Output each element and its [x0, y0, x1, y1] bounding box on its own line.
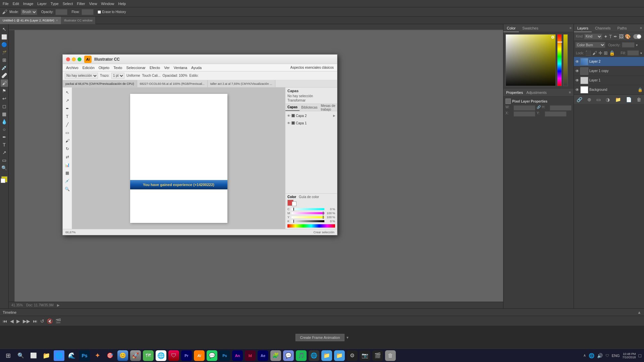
tray-antivir[interactable]: 🛡 [605, 354, 609, 358]
alpha-slider[interactable] [563, 34, 568, 86]
lasso-tool[interactable]: 🔵 [1, 41, 8, 48]
new-layer-btn[interactable]: 📄 [626, 97, 632, 102]
mac-folder2[interactable]: 📁 [334, 350, 345, 361]
more-info-btn[interactable]: ▶ [57, 303, 60, 307]
pen-tool[interactable]: ✒ [1, 133, 8, 141]
ai-graph[interactable]: 📊 [63, 161, 71, 169]
frame-end-btn[interactable]: ⏭ [33, 318, 38, 324]
ai-menu-ventana[interactable]: Ventana [174, 66, 187, 70]
menu-edit[interactable]: Edit [13, 2, 19, 6]
filter-toggle[interactable] [633, 34, 641, 39]
ai-guide-tab[interactable]: Guía de color [299, 195, 319, 199]
ai-select-tool[interactable]: ↖ [63, 89, 71, 96]
ai-trazo-weight[interactable]: 1 pt [111, 73, 124, 79]
layer-style-btn[interactable]: ⊕ [587, 97, 591, 102]
menu-type[interactable]: Type [51, 2, 59, 6]
layer-row-layer1copy[interactable]: 👁 Layer 1 copy [574, 66, 644, 76]
frame-prev-btn[interactable]: ◀ [10, 318, 14, 324]
ai-tab-1[interactable]: 68227-OCOL60-56.ai al 100% (RGB/Previsua… [137, 80, 208, 87]
foreground-color[interactable] [1, 176, 8, 184]
mac-indesign[interactable]: Id [245, 350, 256, 361]
lock-transparent[interactable]: ⬛ [585, 50, 591, 56]
ai-menu-objeto[interactable]: Objeto [99, 66, 109, 70]
layer-row-layer1[interactable]: 👁 Layer 1 [574, 76, 644, 85]
mac-folder[interactable]: 📁 [321, 350, 332, 361]
taskbar-trapcode[interactable]: 🎯 [105, 350, 115, 361]
lock-pixels[interactable]: 🖌 [592, 50, 597, 56]
mac-spotify[interactable]: 🎵 [296, 350, 307, 361]
lock-position[interactable]: ✛ [598, 50, 602, 56]
mac-maps[interactable]: 🗺 [143, 350, 154, 361]
ai-zoom-ai[interactable]: 🔍 [63, 185, 71, 193]
spot-heal[interactable]: 🩹 [1, 72, 8, 79]
mac-photoshop-dock[interactable]: Ps [219, 350, 230, 361]
menu-select[interactable]: Select [63, 2, 73, 6]
filter-icon-2[interactable]: T [609, 34, 612, 39]
frame-start-btn[interactable]: ⏮ [3, 318, 7, 324]
ai-close-btn[interactable] [66, 57, 70, 61]
flow-input[interactable]: 100% [82, 9, 94, 15]
blend-mode-select[interactable]: Color Burn [575, 42, 605, 48]
create-anim-dropdown[interactable]: ▾ [346, 335, 348, 340]
ai-menu-ayuda[interactable]: Ayuda [191, 66, 202, 70]
mac-chrome-icon[interactable]: 🌐 [156, 350, 166, 361]
menu-layer[interactable]: Layer [37, 2, 47, 6]
mac-extra3[interactable]: 🎬 [372, 350, 383, 361]
adjustments-tab[interactable]: Adjustments [526, 90, 547, 95]
ai-tool-select[interactable]: No hay selección [65, 73, 98, 79]
filter-icon-1[interactable]: ✦ [604, 34, 608, 39]
tray-volume[interactable]: 🔊 [597, 353, 603, 358]
ai-mesas-tab[interactable]: Mesas de trabajo [319, 104, 337, 111]
mac-browser2[interactable]: 🌐 [309, 350, 319, 361]
tab-close-0[interactable]: ✕ [56, 19, 58, 22]
opacity-value-input[interactable]: 100% [622, 42, 635, 48]
color-tab[interactable]: Color [503, 24, 519, 32]
ai-capas-tab[interactable]: Capas [285, 104, 300, 111]
history-brush[interactable]: ↩ [1, 95, 8, 102]
timeline-minimize[interactable]: ▲ [637, 310, 641, 315]
mac-animate[interactable]: An [232, 350, 243, 361]
mac-extra2[interactable]: 📷 [360, 350, 370, 361]
properties-menu[interactable]: ≡ [569, 90, 571, 94]
mac-extension[interactable]: 🧩 [270, 350, 281, 361]
ai-type-tool[interactable]: T [63, 113, 71, 120]
group-btn[interactable]: 📁 [615, 97, 621, 102]
fill-dropdown[interactable]: ▾ [640, 51, 642, 55]
filter-icon-5[interactable]: 🎨 [625, 34, 631, 39]
swatches-tab[interactable]: Swatches [519, 26, 542, 30]
layers-tab-active[interactable]: Layers [574, 24, 592, 32]
mac-antivir[interactable]: 🛡 [168, 350, 179, 361]
mac-premiere[interactable]: Pr [181, 350, 192, 361]
menu-help[interactable]: Help [118, 2, 126, 6]
windows-start[interactable]: ⊞ [3, 350, 13, 361]
ai-rect-tool[interactable]: ▭ [63, 129, 71, 136]
task-view-btn[interactable]: ⬜ [28, 350, 39, 361]
move-tool[interactable]: ↖ [1, 25, 8, 33]
dodge-tool[interactable]: ○ [1, 126, 8, 133]
lock-artboard[interactable]: ⊞ [604, 50, 608, 56]
mac-trash[interactable]: 🗑 [385, 350, 396, 361]
lock-all[interactable]: 🔒 [609, 50, 615, 56]
create-frame-animation-btn[interactable]: Create Frame Animation [296, 334, 344, 341]
ai-menu-archivo[interactable]: Archivo [66, 66, 78, 70]
ai-tab-0[interactable]: packai al 66,67% (CMYK/Previsualización … [63, 80, 137, 87]
menu-image[interactable]: Image [23, 2, 34, 6]
eraser-tool[interactable]: ◻ [1, 103, 8, 110]
ai-create-selection[interactable]: Crear selección [313, 231, 334, 234]
ai-gradient-ai[interactable]: ▦ [63, 169, 71, 177]
zoom-tool[interactable]: 🔍 [1, 164, 8, 172]
ai-menu-texto[interactable]: Texto [113, 66, 122, 70]
path-select[interactable]: ↗ [1, 149, 8, 156]
filter-icon-3[interactable]: ✒ [613, 34, 618, 39]
menu-file[interactable]: File [3, 2, 9, 6]
menu-view[interactable]: View [89, 2, 97, 6]
ai-maximize-btn[interactable] [77, 57, 82, 61]
ai-capa2-expand[interactable]: ▶ [333, 114, 335, 117]
marquee-tool[interactable]: ⬜ [1, 33, 8, 41]
quick-select[interactable]: 🪄 [1, 49, 8, 56]
tray-network[interactable]: 🌐 [589, 353, 594, 358]
clone-stamp[interactable]: ⚑ [1, 87, 8, 95]
filter-icon-4[interactable]: 🖼 [619, 34, 624, 39]
ai-bg-color[interactable] [292, 201, 297, 206]
crop-tool[interactable]: ⊞ [1, 56, 8, 64]
